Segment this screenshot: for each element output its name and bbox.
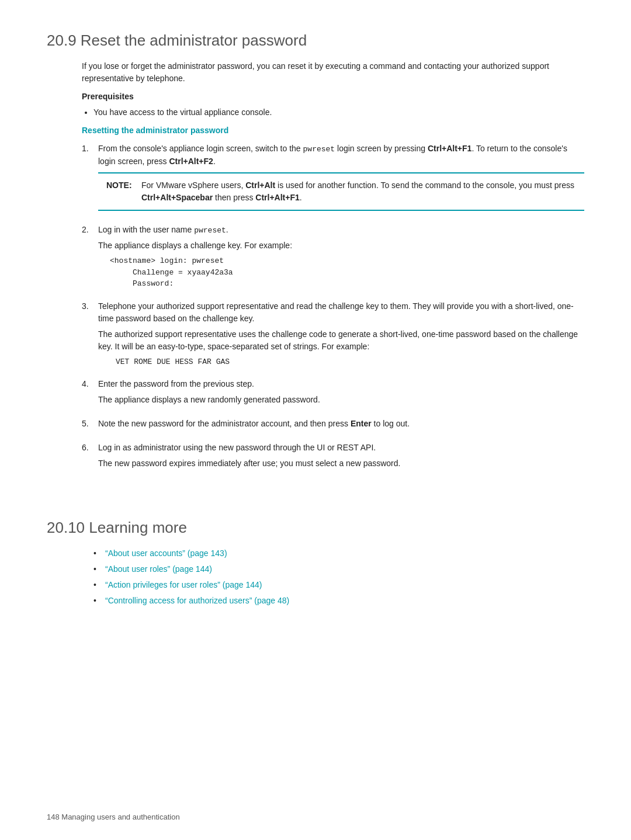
- subsection-heading: Resetting the administrator password: [82, 124, 584, 137]
- page-footer: 148 Managing users and authentication: [47, 811, 180, 823]
- prereq-heading: Prerequisites: [82, 91, 584, 103]
- step5-text-after: to log out.: [372, 419, 410, 428]
- step-4-text: Enter the password from the previous ste…: [98, 378, 584, 390]
- footer-text: 148 Managing users and authentication: [47, 813, 180, 821]
- link-4[interactable]: “Controlling access for authorized users…: [105, 595, 289, 607]
- link-item-2: “About user roles” (page 144): [93, 563, 584, 575]
- step-5-content: Note the new password for the administra…: [98, 418, 584, 433]
- step-2-text: Log in with the user name pwreset.: [98, 224, 584, 237]
- step-2-content: Log in with the user name pwreset. The a…: [98, 224, 584, 292]
- step2-text-before: Log in with the user name: [98, 225, 194, 234]
- note-bold1: Ctrl+Alt: [245, 181, 275, 190]
- note-text-before: For VMware vSphere users,: [141, 181, 245, 190]
- link-item-1: “About user accounts” (page 143): [93, 547, 584, 560]
- step5-text-before: Note the new password for the administra…: [98, 419, 351, 428]
- section-gap: [47, 481, 584, 511]
- section9-intro: If you lose or forget the administrator …: [82, 60, 584, 85]
- step5-bold1: Enter: [351, 419, 372, 428]
- step-1: From the console's appliance login scree…: [82, 143, 584, 216]
- prereq-item: You have access to the virtual appliance…: [93, 106, 584, 119]
- note-bold3: Ctrl+Alt+F1: [255, 193, 299, 202]
- step-5-text: Note the new password for the administra…: [98, 418, 584, 430]
- note-period: .: [300, 193, 302, 202]
- step-3-subtext: The authorized support representative us…: [98, 328, 584, 353]
- step-4: Enter the password from the previous ste…: [82, 378, 584, 409]
- note-label: NOTE:: [106, 179, 136, 192]
- step1-period: .: [213, 157, 216, 166]
- step-6: Log in as administrator using the new pa…: [82, 442, 584, 473]
- link-item-3: “Action privileges for user roles” (page…: [93, 579, 584, 591]
- link-1[interactable]: “About user accounts” (page 143): [105, 547, 227, 560]
- step-6-text: Log in as administrator using the new pa…: [98, 442, 584, 454]
- step1-text-middle: login screen by pressing: [335, 144, 428, 153]
- step-4-subtext: The appliance displays a new randomly ge…: [98, 394, 584, 406]
- section9-heading: 20.9 Reset the administrator password: [47, 29, 584, 52]
- step-1-text: From the console's appliance login scree…: [98, 143, 584, 168]
- step-3-content: Telephone your authorized support repres…: [98, 300, 584, 370]
- step1-bold1: Ctrl+Alt+F1: [428, 144, 471, 153]
- step2-code1: pwreset: [194, 226, 226, 235]
- note-bold2: Ctrl+Alt+Spacebar: [141, 193, 213, 202]
- step-1-content: From the console's appliance login scree…: [98, 143, 584, 216]
- section10-heading: 20.10 Learning more: [47, 516, 584, 539]
- step1-note-box: NOTE: For VMware vSphere users, Ctrl+Alt…: [98, 172, 584, 211]
- step1-text-before: From the console's appliance login scree…: [98, 144, 303, 153]
- step-3: Telephone your authorized support repres…: [82, 300, 584, 370]
- step2-period: .: [226, 225, 228, 234]
- page-container: 20.9 Reset the administrator password If…: [0, 0, 631, 840]
- step1-bold2: Ctrl+Alt+F2: [169, 157, 213, 166]
- steps-list: From the console's appliance login scree…: [82, 143, 584, 473]
- step-2: Log in with the user name pwreset. The a…: [82, 224, 584, 292]
- step-6-content: Log in as administrator using the new pa…: [98, 442, 584, 473]
- note-text: For VMware vSphere users, Ctrl+Alt is us…: [141, 179, 576, 204]
- step-6-subtext: The new password expires immediately aft…: [98, 457, 584, 470]
- link-3[interactable]: “Action privileges for user roles” (page…: [105, 579, 262, 591]
- step-2-subtext: The appliance displays a challenge key. …: [98, 239, 584, 252]
- step-2-code-example: <hostname> login: pwreset Challenge = xy…: [110, 255, 584, 290]
- note-text-after: then press: [213, 193, 255, 202]
- learning-more-list: “About user accounts” (page 143) “About …: [93, 547, 584, 607]
- link-item-4: “Controlling access for authorized users…: [93, 595, 584, 607]
- prereq-list: You have access to the virtual appliance…: [93, 106, 584, 119]
- step-5: Note the new password for the administra…: [82, 418, 584, 433]
- step-4-content: Enter the password from the previous ste…: [98, 378, 584, 409]
- note-text-middle: is used for another function. To send th…: [275, 181, 574, 190]
- step1-code1: pwreset: [303, 145, 335, 154]
- link-2[interactable]: “About user roles” (page 144): [105, 563, 212, 575]
- step-3-code-example: VET ROME DUE HESS FAR GAS: [98, 356, 584, 368]
- step-3-text: Telephone your authorized support repres…: [98, 300, 584, 325]
